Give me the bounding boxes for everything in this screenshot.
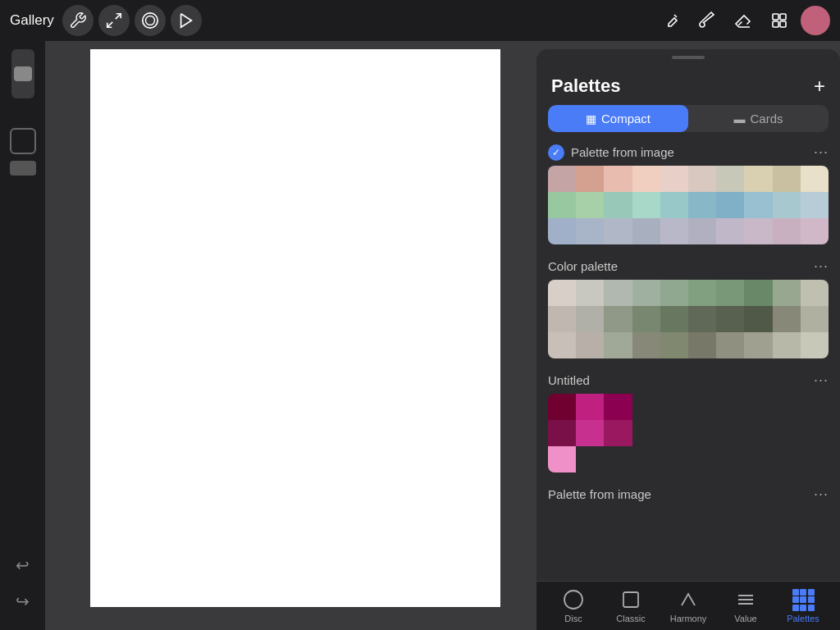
color-cell[interactable] <box>801 332 829 358</box>
color-cell[interactable] <box>576 280 604 306</box>
color-cell[interactable] <box>801 280 829 306</box>
color-palette-grid[interactable] <box>548 280 829 358</box>
color-cell[interactable] <box>744 280 772 306</box>
nav-harmony[interactable]: Harmony <box>660 588 717 623</box>
color-cell[interactable] <box>773 218 801 244</box>
color-cell[interactable] <box>604 394 632 420</box>
color-cell[interactable] <box>716 218 744 244</box>
brush-tool[interactable] <box>692 6 722 35</box>
gallery-button[interactable]: Gallery <box>10 12 54 29</box>
canvas[interactable] <box>90 49 500 607</box>
color-cell[interactable] <box>716 192 744 218</box>
color-cell[interactable] <box>716 306 744 332</box>
color-cell[interactable] <box>660 192 688 218</box>
color-cell[interactable] <box>801 306 829 332</box>
wrench-button[interactable] <box>62 5 94 36</box>
nav-palettes[interactable]: Palettes <box>774 588 832 623</box>
color-cell[interactable] <box>632 306 660 332</box>
color-cell[interactable] <box>716 332 744 358</box>
untitled-palette-grid[interactable] <box>548 394 829 472</box>
color-cell[interactable] <box>660 166 688 192</box>
color-cell[interactable] <box>576 306 604 332</box>
color-cell[interactable] <box>688 306 716 332</box>
color-cell[interactable] <box>716 280 744 306</box>
color-cell[interactable] <box>801 192 829 218</box>
layers-tool[interactable] <box>765 6 794 35</box>
color-cell[interactable] <box>548 394 576 420</box>
color-cell[interactable] <box>716 166 744 192</box>
undo-button[interactable]: ↩ <box>11 553 35 578</box>
color-cell[interactable] <box>773 166 801 192</box>
color-cell[interactable] <box>688 166 716 192</box>
color-cell[interactable] <box>604 280 632 306</box>
opacity-slider[interactable] <box>11 49 34 98</box>
color-cell[interactable] <box>548 192 576 218</box>
color-cell[interactable] <box>744 166 772 192</box>
eraser-tool[interactable] <box>728 6 758 35</box>
color-cell[interactable] <box>604 420 632 446</box>
transform-button[interactable] <box>171 5 202 36</box>
color-cell[interactable] <box>801 218 829 244</box>
select-button[interactable] <box>135 5 166 36</box>
color-cell[interactable] <box>744 332 772 358</box>
nav-value[interactable]: Value <box>717 588 774 623</box>
color-cell[interactable] <box>576 332 604 358</box>
rect-button[interactable] <box>10 161 36 176</box>
color-cell[interactable] <box>548 166 576 192</box>
color-cell[interactable] <box>548 446 576 472</box>
redo-button[interactable]: ↪ <box>11 589 35 614</box>
color-palette-more[interactable]: ··· <box>814 258 829 275</box>
color-cell[interactable] <box>632 166 660 192</box>
palette-from-image-more[interactable]: ··· <box>814 144 829 161</box>
compact-tab[interactable]: ▦ Compact <box>548 105 688 132</box>
cards-tab[interactable]: ▬ Cards <box>688 105 829 132</box>
color-cell[interactable] <box>688 192 716 218</box>
shape-button[interactable] <box>10 128 36 154</box>
untitled-palette-more[interactable]: ··· <box>814 372 829 389</box>
color-cell[interactable] <box>660 306 688 332</box>
color-cell[interactable] <box>773 332 801 358</box>
avatar[interactable] <box>801 6 830 35</box>
color-cell[interactable] <box>604 166 632 192</box>
color-cell[interactable] <box>632 192 660 218</box>
color-cell[interactable] <box>773 192 801 218</box>
color-cell[interactable] <box>548 306 576 332</box>
color-cell[interactable] <box>576 192 604 218</box>
color-cell[interactable] <box>773 280 801 306</box>
color-cell[interactable] <box>548 280 576 306</box>
color-cell[interactable] <box>576 394 604 420</box>
nav-disc[interactable]: Disc <box>545 588 602 623</box>
color-cell[interactable] <box>660 218 688 244</box>
color-cell[interactable] <box>688 280 716 306</box>
color-cell[interactable] <box>548 332 576 358</box>
color-cell[interactable] <box>632 218 660 244</box>
color-cell[interactable] <box>744 192 772 218</box>
color-cell[interactable] <box>604 306 632 332</box>
palette-from-image-2-more[interactable]: ··· <box>814 486 829 503</box>
color-cell[interactable] <box>576 218 604 244</box>
color-cell[interactable] <box>548 218 576 244</box>
color-cell[interactable] <box>604 192 632 218</box>
palette-check-icon[interactable]: ✓ <box>548 144 564 161</box>
add-palette-button[interactable]: + <box>814 76 825 96</box>
color-cell[interactable] <box>632 332 660 358</box>
color-cell[interactable] <box>660 280 688 306</box>
color-cell[interactable] <box>744 218 772 244</box>
color-cell[interactable] <box>801 166 829 192</box>
modify-button[interactable] <box>98 5 130 36</box>
drag-handle[interactable] <box>672 56 705 59</box>
nav-classic[interactable]: Classic <box>602 588 660 623</box>
color-cell[interactable] <box>604 332 632 358</box>
color-cell[interactable] <box>688 218 716 244</box>
color-cell[interactable] <box>744 306 772 332</box>
color-cell[interactable] <box>688 332 716 358</box>
color-cell[interactable] <box>660 332 688 358</box>
palette-from-image-grid[interactable] <box>548 166 829 244</box>
color-cell[interactable] <box>548 420 576 446</box>
color-cell[interactable] <box>576 166 604 192</box>
pen-tool[interactable] <box>656 6 686 35</box>
color-cell[interactable] <box>773 306 801 332</box>
color-cell[interactable] <box>632 280 660 306</box>
color-cell[interactable] <box>576 420 604 446</box>
color-cell[interactable] <box>604 218 632 244</box>
